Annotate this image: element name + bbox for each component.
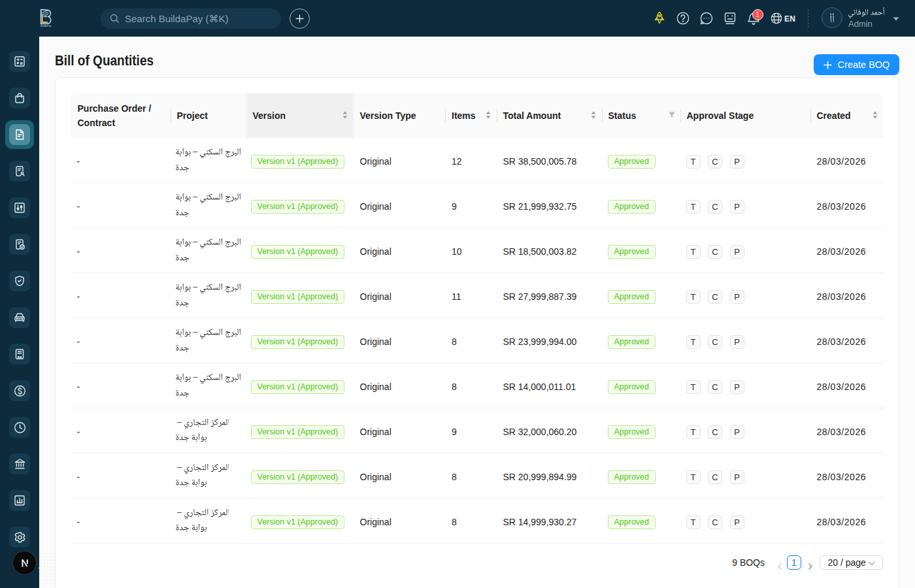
- svg-text:BuildaPay: BuildaPay: [41, 25, 51, 27]
